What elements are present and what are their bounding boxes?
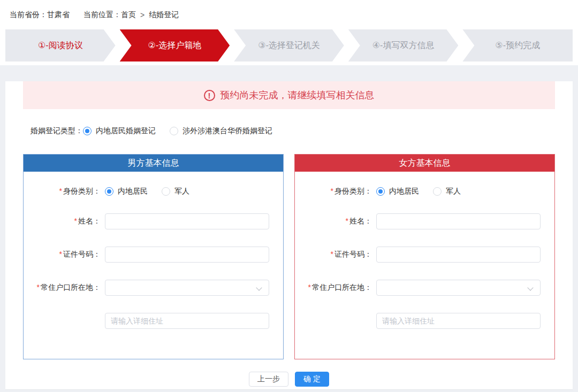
male-household-label: *常住户口所在地： <box>24 283 105 293</box>
male-name-row: *姓名： <box>24 213 283 229</box>
province-value: 甘肃省 <box>47 10 70 20</box>
female-info-panel: 女方基本信息 *身份类别： 内地居民 军人 *姓名： <box>294 154 555 359</box>
step-label: ①-阅读协议 <box>38 40 83 51</box>
required-star: * <box>308 283 311 291</box>
male-id-number-input[interactable] <box>105 247 269 263</box>
required-star: * <box>59 250 62 258</box>
male-id-row: *证件号码： <box>24 247 283 263</box>
notice-text: 预约尚未完成，请继续填写相关信息 <box>220 89 375 102</box>
confirm-button[interactable]: 确 定 <box>295 372 329 387</box>
female-identity-row: *身份类别： 内地居民 军人 <box>295 187 554 196</box>
male-id-label: *证件号码： <box>24 250 105 259</box>
radio-foreign-marriage[interactable] <box>170 127 178 135</box>
step-5-complete[interactable]: ⑤-预约完成 <box>462 29 573 62</box>
breadcrumb-home-link[interactable]: 首页 <box>121 10 136 20</box>
step-label: ⑤-预约完成 <box>495 40 540 51</box>
male-address-row <box>24 313 283 329</box>
female-household-select[interactable] <box>376 280 541 296</box>
step-label: ②-选择户籍地 <box>148 40 202 51</box>
male-radio-soldier-label[interactable]: 军人 <box>174 187 189 196</box>
radio-mainland-marriage-label[interactable]: 内地居民婚姻登记 <box>96 126 156 136</box>
main-content: ! 预约尚未完成，请继续填写相关信息 婚姻登记类型： 内地居民婚姻登记 涉外涉港… <box>5 81 573 390</box>
top-bar: 当前省份： 甘肃省 当前位置： 首页 > 结婚登记 ①-阅读协议 ②-选择户籍地… <box>0 0 578 65</box>
female-identity-label: *身份类别： <box>295 187 376 196</box>
step-2-select-household[interactable]: ②-选择户籍地 <box>120 29 230 62</box>
female-radio-soldier-label[interactable]: 军人 <box>446 187 461 196</box>
required-star: * <box>331 187 333 195</box>
previous-step-button[interactable]: 上一步 <box>249 372 288 387</box>
exclamation-glyph: ! <box>208 91 211 100</box>
male-radio-mainland-resident-label[interactable]: 内地居民 <box>118 187 148 196</box>
exclamation-circle-icon: ! <box>204 90 215 101</box>
required-star: * <box>59 187 62 195</box>
female-radio-mainland-resident-label[interactable]: 内地居民 <box>389 187 419 196</box>
male-identity-options: 内地居民 军人 <box>105 187 203 196</box>
chevron-down-icon <box>256 285 262 290</box>
chevron-down-icon <box>527 285 533 290</box>
male-address-input[interactable] <box>105 313 269 329</box>
female-radio-mainland-resident[interactable] <box>376 187 385 196</box>
breadcrumb-separator: > <box>140 11 144 19</box>
female-household-label: *常住户口所在地： <box>295 283 376 293</box>
panels-row: 男方基本信息 *身份类别： 内地居民 军人 *姓名： <box>23 154 555 359</box>
required-star: * <box>346 217 348 225</box>
step-3-select-registry[interactable]: ③-选择登记机关 <box>234 29 344 62</box>
male-household-select[interactable] <box>105 280 269 296</box>
step-4-fill-info[interactable]: ④-填写双方信息 <box>348 29 459 62</box>
female-radio-soldier[interactable] <box>433 187 442 196</box>
male-radio-soldier[interactable] <box>162 187 170 196</box>
female-name-row: *姓名： <box>295 213 554 229</box>
step-progress-bar: ①-阅读协议 ②-选择户籍地 ③-选择登记机关 ④-填写双方信息 ⑤-预约完成 <box>5 29 573 62</box>
notice-banner: ! 预约尚未完成，请继续填写相关信息 <box>23 81 555 109</box>
registration-type-row: 婚姻登记类型： 内地居民婚姻登记 涉外涉港澳台华侨婚姻登记 <box>23 126 555 136</box>
female-address-row <box>295 313 554 329</box>
breadcrumb-current: 结婚登记 <box>149 10 179 20</box>
step-label: ④-填写双方信息 <box>372 40 435 51</box>
male-household-row: *常住户口所在地： <box>24 280 283 296</box>
required-star: * <box>37 283 40 291</box>
male-identity-row: *身份类别： 内地居民 军人 <box>24 187 283 196</box>
female-identity-options: 内地居民 军人 <box>376 187 475 196</box>
female-address-input[interactable] <box>376 313 541 329</box>
female-id-number-input[interactable] <box>376 247 541 263</box>
required-star: * <box>74 217 77 225</box>
female-name-label: *姓名： <box>295 217 376 226</box>
step-label: ③-选择登记机关 <box>258 40 320 51</box>
radio-mainland-marriage[interactable] <box>83 127 92 135</box>
location-label: 当前位置： <box>83 10 121 20</box>
male-name-label: *姓名： <box>24 217 105 226</box>
step-1-read-agreement[interactable]: ①-阅读协议 <box>5 29 116 62</box>
male-panel-title: 男方基本信息 <box>24 155 283 172</box>
female-id-row: *证件号码： <box>295 247 554 263</box>
male-name-input[interactable] <box>105 213 269 229</box>
female-panel-title: 女方基本信息 <box>295 155 554 172</box>
province-label: 当前省份： <box>10 10 47 20</box>
breadcrumb: 当前省份： 甘肃省 当前位置： 首页 > 结婚登记 <box>0 0 578 29</box>
required-star: * <box>331 250 333 258</box>
female-name-input[interactable] <box>376 213 541 229</box>
male-radio-mainland-resident[interactable] <box>105 187 113 196</box>
female-household-row: *常住户口所在地： <box>295 280 554 296</box>
female-id-label: *证件号码： <box>295 250 376 259</box>
registration-type-label: 婚姻登记类型： <box>31 126 83 136</box>
radio-foreign-marriage-label[interactable]: 涉外涉港澳台华侨婚姻登记 <box>182 126 272 136</box>
male-info-panel: 男方基本信息 *身份类别： 内地居民 军人 *姓名： <box>23 154 284 359</box>
male-identity-label: *身份类别： <box>24 187 105 196</box>
footer-actions: 上一步 确 定 <box>23 372 555 387</box>
